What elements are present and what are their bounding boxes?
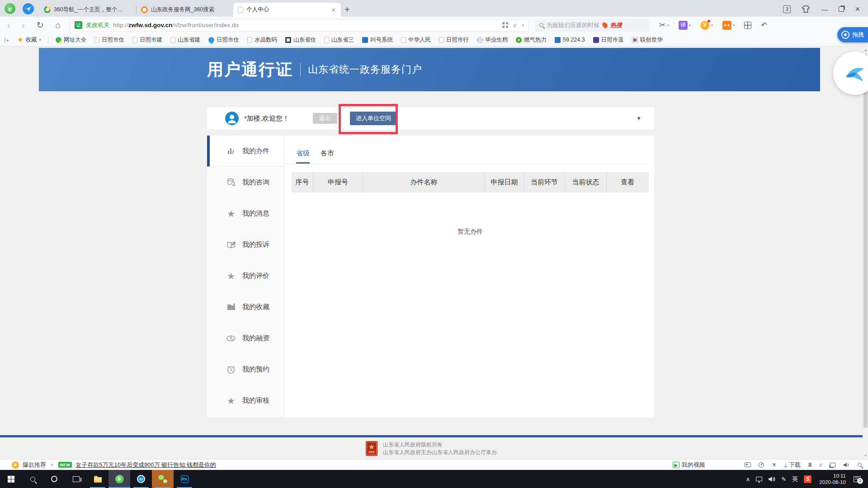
hot-search-label[interactable]: 热搜 bbox=[610, 21, 622, 29]
minimize-button[interactable]: — bbox=[821, 6, 828, 13]
maximize-button[interactable] bbox=[839, 6, 844, 12]
tab-360-nav[interactable]: 360导航_一个主页，整个世界 bbox=[39, 3, 136, 17]
chevron-down-icon[interactable]: ▾ bbox=[733, 23, 735, 28]
tab-360-search[interactable]: 山东政务服务网_360搜索 bbox=[137, 3, 233, 17]
sidebar-item-my-appointments[interactable]: 我的预约 bbox=[207, 354, 284, 385]
360-browser-button[interactable]: e bbox=[108, 470, 130, 488]
ie-mode-icon[interactable]: e bbox=[514, 21, 517, 29]
search-box[interactable]: 为姐姐们应援的时候 热搜 bbox=[535, 19, 649, 32]
apps-grid-icon[interactable] bbox=[744, 22, 751, 29]
bookmark-item[interactable]: 毕业生档 bbox=[473, 36, 512, 44]
tab-province-level[interactable]: 省级 bbox=[296, 149, 310, 164]
wallet-icon[interactable]: ¥ bbox=[700, 21, 709, 30]
bookmark-item[interactable]: 日照市遥 bbox=[589, 36, 628, 44]
certificate-badge[interactable]: 证 bbox=[75, 21, 82, 29]
my-videos-button[interactable]: ▶ 我的视频 bbox=[673, 461, 705, 469]
bookmarks-panel-toggle-icon[interactable]: ▸ bbox=[5, 38, 9, 42]
scroll-up-icon[interactable]: ▴ bbox=[863, 47, 868, 53]
sogou-input-icon[interactable]: S bbox=[804, 475, 811, 483]
sidebar-item-my-messages[interactable]: ★ 我的消息 bbox=[207, 198, 284, 229]
back-button[interactable]: ‹ bbox=[7, 21, 10, 29]
games-icon[interactable] bbox=[722, 21, 731, 30]
iu-app-button[interactable]: iU bbox=[130, 470, 152, 488]
pen-input-icon[interactable]: ✎ bbox=[781, 476, 786, 483]
page-scrollbar[interactable]: ▴ ▾ bbox=[863, 47, 868, 459]
chevron-down-icon[interactable]: ▾ bbox=[667, 23, 669, 28]
wechat-button[interactable] bbox=[152, 470, 174, 488]
sidebar-item-label: 我的审核 bbox=[242, 396, 269, 405]
bookmark-item[interactable]: 叫号系统 bbox=[358, 36, 397, 44]
tab-close-icon[interactable]: × bbox=[330, 6, 336, 14]
chevron-down-icon[interactable]: ▾ bbox=[711, 23, 713, 28]
chevron-expand-icon[interactable]: » bbox=[49, 463, 55, 466]
skin-shirt-icon[interactable] bbox=[802, 5, 810, 13]
user-dropdown-icon[interactable]: ▼ bbox=[636, 115, 642, 122]
network-display-icon[interactable] bbox=[756, 477, 762, 481]
boost-rocket-icon[interactable]: ✈ bbox=[770, 460, 778, 469]
bookmark-item[interactable]: 日照市住 bbox=[90, 36, 128, 44]
zoom-search-icon[interactable] bbox=[858, 463, 862, 467]
start-button[interactable] bbox=[0, 470, 22, 488]
sidebar-item-my-consultations[interactable]: 我的咨询 bbox=[207, 167, 284, 198]
speaker-icon[interactable] bbox=[843, 462, 850, 468]
url-field[interactable]: 证 党政机关 http://zwfw.sd.gov.cn/sfzw/front/… bbox=[70, 19, 529, 32]
ie-compat-icon[interactable]: e bbox=[819, 461, 822, 469]
photoshop-button[interactable]: Ps bbox=[174, 470, 195, 488]
bookmark-item[interactable]: 燃气热力 bbox=[512, 36, 551, 44]
close-button[interactable]: × bbox=[855, 5, 860, 13]
bookmark-item[interactable]: 59.224.3 bbox=[551, 37, 589, 43]
bookmark-item[interactable]: 山东省住 bbox=[281, 36, 320, 44]
bookmark-item[interactable]: 联创世华 bbox=[628, 36, 667, 44]
bookmark-item[interactable]: 日照市行 bbox=[435, 36, 473, 44]
new-tab-button[interactable]: + bbox=[341, 5, 355, 17]
reload-button[interactable]: ↻ bbox=[37, 21, 44, 29]
news-headline-link[interactable]: 女子存款5万元10年后变成900万 银行告知:钱都是你的 bbox=[75, 461, 216, 469]
ime-language-indicator[interactable]: 英 bbox=[792, 475, 798, 483]
hidden-icons-chevron[interactable]: ∧ bbox=[746, 476, 750, 483]
sidebar-item-my-ratings[interactable]: ★ 我的评价 bbox=[207, 260, 284, 291]
volume-icon[interactable] bbox=[768, 476, 775, 482]
bookmark-item[interactable]: 山东省建 bbox=[166, 36, 204, 44]
bookmark-item[interactable]: 中华人民 bbox=[397, 36, 435, 44]
sidebar-item-my-favorites[interactable]: 我的收藏 bbox=[207, 291, 284, 323]
download-button[interactable]: ↓下载 bbox=[784, 461, 801, 469]
file-explorer-button[interactable] bbox=[87, 470, 108, 488]
chevron-down-icon[interactable]: ▾ bbox=[689, 23, 691, 28]
link-360-icon[interactable]: 8 bbox=[808, 461, 811, 468]
logout-button[interactable]: 退出 bbox=[313, 113, 337, 124]
sidebar-item-my-audits[interactable]: ★ 我的审核 bbox=[207, 385, 284, 416]
taskbar-search-button[interactable] bbox=[22, 470, 43, 488]
translate-icon[interactable]: 译 bbox=[679, 21, 688, 30]
scrollbar-thumb[interactable] bbox=[863, 54, 868, 428]
browser-360-logo-icon[interactable]: e bbox=[5, 3, 15, 14]
cortana-button[interactable] bbox=[43, 470, 65, 488]
speed-gauge-icon[interactable] bbox=[759, 462, 764, 468]
forward-button[interactable]: › bbox=[22, 21, 24, 29]
bookmark-item[interactable]: 山东省三 bbox=[320, 36, 358, 44]
restore-session-icon[interactable]: ↶ bbox=[761, 21, 767, 29]
tab-count-button[interactable]: 3 bbox=[783, 5, 791, 13]
chevron-down-icon[interactable]: ▾ bbox=[522, 23, 524, 28]
page-grid-icon[interactable] bbox=[502, 22, 508, 28]
drag-save-overlay[interactable]: 拖拽 bbox=[837, 27, 868, 42]
sidebar-item-my-complaints[interactable]: 我的投诉 bbox=[207, 229, 284, 260]
taskbar-clock[interactable]: 10:11 2020-08-10 bbox=[819, 473, 846, 485]
home-button[interactable]: ⌂ bbox=[56, 21, 61, 29]
promo-label[interactable]: 爆款推荐 bbox=[23, 461, 46, 469]
tab-personal-center[interactable]: 个人中心 × bbox=[233, 3, 341, 17]
sidebar-item-my-financing[interactable]: 我的融资 bbox=[207, 323, 284, 354]
scroll-down-icon[interactable]: ▾ bbox=[863, 453, 868, 459]
nav-shortcut-icon[interactable] bbox=[23, 3, 34, 14]
action-center-icon[interactable]: 2 bbox=[854, 476, 861, 482]
sidebar-item-my-cases[interactable]: 我的办件 bbox=[207, 136, 284, 167]
favorites-menu[interactable]: ★ 收藏 ▾ bbox=[14, 36, 45, 44]
bookmark-item[interactable]: 网址大全 bbox=[52, 36, 90, 44]
tab-city-level[interactable]: 各市 bbox=[321, 149, 334, 164]
screenshot-gallery-icon[interactable] bbox=[745, 462, 751, 467]
task-view-button[interactable] bbox=[65, 470, 87, 488]
bookmark-item[interactable]: 水晶数码 bbox=[243, 36, 281, 44]
screenshot-scissors-icon[interactable]: ✂ bbox=[659, 20, 665, 30]
windows-tile-icon[interactable] bbox=[830, 463, 835, 467]
bookmark-item[interactable]: 日照市住 bbox=[204, 36, 243, 44]
bookmark-item[interactable]: 日照市建 bbox=[128, 36, 166, 44]
